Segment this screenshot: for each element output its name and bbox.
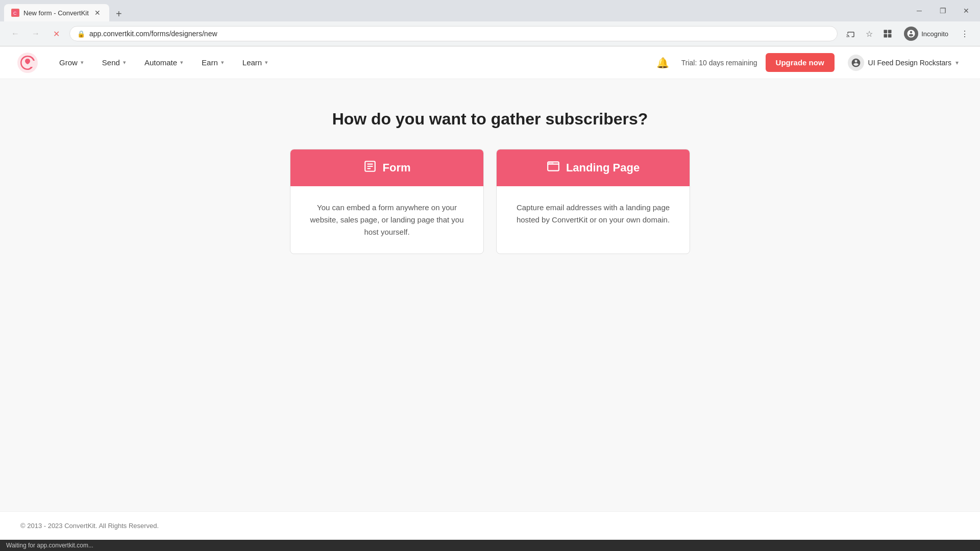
trial-text: Trial: 10 days remaining bbox=[681, 59, 757, 67]
back-button[interactable]: ← bbox=[8, 27, 22, 41]
nav-item-earn[interactable]: Earn ▾ bbox=[193, 54, 232, 71]
svg-point-15 bbox=[552, 162, 553, 163]
navbar: Grow ▾ Send ▾ Automate ▾ Earn ▾ Learn ▾ … bbox=[0, 46, 980, 79]
tab-close-button[interactable]: ✕ bbox=[93, 8, 102, 17]
page-title: How do you want to gather subscribers? bbox=[332, 110, 648, 129]
svg-point-13 bbox=[549, 162, 550, 163]
form-card-label: Form bbox=[383, 161, 411, 174]
cast-icon[interactable] bbox=[844, 27, 858, 41]
footer-text: © 2013 - 2023 ConvertKit. All Rights Res… bbox=[20, 522, 159, 530]
svg-rect-5 bbox=[888, 34, 892, 38]
lock-icon: 🔒 bbox=[77, 30, 85, 38]
bookmark-icon[interactable]: ☆ bbox=[862, 27, 876, 41]
user-name: UI Feed Design Rockstars bbox=[868, 59, 951, 67]
forward-button[interactable]: → bbox=[29, 27, 43, 41]
svg-rect-2 bbox=[884, 30, 888, 34]
close-button[interactable]: ✕ bbox=[954, 3, 978, 19]
incognito-avatar bbox=[904, 27, 918, 41]
upgrade-button[interactable]: Upgrade now bbox=[766, 53, 835, 72]
form-card-header: Form bbox=[290, 149, 483, 186]
chevron-down-icon: ▾ bbox=[180, 59, 183, 66]
landing-page-card[interactable]: Landing Page Capture email addresses wit… bbox=[496, 149, 690, 254]
incognito-button[interactable]: Incognito bbox=[899, 24, 953, 43]
form-card[interactable]: Form You can embed a form anywhere on yo… bbox=[290, 149, 484, 254]
landing-page-card-description: Capture email addresses with a landing p… bbox=[511, 202, 675, 226]
notification-bell-icon[interactable]: 🔔 bbox=[652, 53, 673, 73]
landing-page-card-body: Capture email addresses with a landing p… bbox=[497, 186, 690, 241]
maximize-button[interactable]: ❐ bbox=[931, 3, 954, 19]
status-text: Waiting for app.convertkit.com... bbox=[6, 542, 93, 549]
landing-page-card-header: Landing Page bbox=[497, 149, 690, 186]
reload-button[interactable]: ✕ bbox=[49, 27, 63, 41]
chevron-down-icon: ▾ bbox=[81, 59, 84, 66]
cards-container: Form You can embed a form anywhere on yo… bbox=[290, 149, 690, 254]
user-account[interactable]: UI Feed Design Rockstars ▾ bbox=[843, 52, 964, 74]
menu-button[interactable]: ⋮ bbox=[958, 27, 972, 41]
form-card-body: You can embed a form anywhere on your we… bbox=[290, 186, 483, 254]
svg-point-14 bbox=[550, 162, 551, 163]
svg-rect-4 bbox=[884, 34, 888, 38]
active-tab[interactable]: C New form - ConvertKit ✕ bbox=[4, 4, 109, 21]
form-card-description: You can embed a form anywhere on your we… bbox=[305, 202, 469, 238]
nav-item-learn[interactable]: Learn ▾ bbox=[234, 54, 276, 71]
landing-page-icon bbox=[547, 160, 560, 176]
svg-text:C: C bbox=[13, 11, 17, 16]
footer: © 2013 - 2023 ConvertKit. All Rights Res… bbox=[0, 511, 980, 540]
nav-item-send[interactable]: Send ▾ bbox=[94, 54, 134, 71]
avatar bbox=[848, 55, 864, 71]
tab-favicon: C bbox=[11, 9, 19, 17]
url-text: app.convertkit.com/forms/designers/new bbox=[89, 30, 830, 38]
landing-page-card-label: Landing Page bbox=[566, 161, 640, 174]
svg-rect-3 bbox=[888, 30, 892, 34]
minimize-button[interactable]: ─ bbox=[908, 3, 931, 19]
nav-item-automate[interactable]: Automate ▾ bbox=[136, 54, 191, 71]
profile-icon[interactable] bbox=[880, 27, 895, 41]
incognito-label: Incognito bbox=[921, 30, 948, 38]
nav-right: 🔔 Trial: 10 days remaining Upgrade now U… bbox=[652, 52, 964, 74]
main-content: How do you want to gather subscribers? F… bbox=[0, 79, 980, 511]
new-tab-button[interactable]: + bbox=[111, 6, 127, 21]
chevron-down-icon: ▾ bbox=[221, 59, 224, 66]
chevron-down-icon: ▾ bbox=[955, 59, 959, 66]
status-bar: Waiting for app.convertkit.com... bbox=[0, 540, 980, 551]
tab-title: New form - ConvertKit bbox=[23, 9, 89, 17]
form-icon bbox=[363, 160, 377, 176]
address-bar[interactable]: 🔒 app.convertkit.com/forms/designers/new bbox=[69, 26, 838, 41]
nav-item-grow[interactable]: Grow ▾ bbox=[51, 54, 92, 71]
chevron-down-icon: ▾ bbox=[123, 59, 126, 66]
nav-menu: Grow ▾ Send ▾ Automate ▾ Earn ▾ Learn ▾ bbox=[51, 54, 652, 71]
logo[interactable] bbox=[16, 52, 39, 74]
chevron-down-icon: ▾ bbox=[265, 59, 268, 66]
